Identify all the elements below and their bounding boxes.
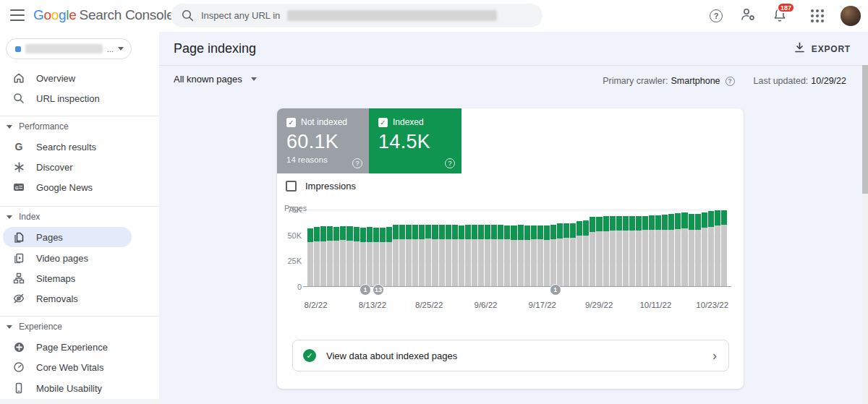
chart-bar[interactable] — [603, 216, 609, 287]
sidebar-item-google-news[interactable]: G Google News — [0, 177, 159, 197]
chart-bar[interactable] — [583, 220, 589, 287]
chart-bar[interactable] — [406, 225, 412, 287]
chart-bar[interactable] — [393, 225, 399, 287]
chart-bar[interactable] — [695, 214, 701, 287]
chart-bar[interactable] — [681, 212, 687, 287]
chart-bar[interactable] — [721, 210, 727, 287]
help-icon[interactable]: ? — [445, 158, 455, 168]
chart-bar[interactable] — [537, 225, 543, 287]
chart-bar[interactable] — [340, 226, 346, 287]
sidebar-item-overview[interactable]: Overview — [0, 68, 159, 88]
chart-bar[interactable] — [550, 225, 556, 287]
chart-bar[interactable] — [373, 228, 379, 287]
app-logo[interactable]: GoogleSearch Console — [33, 7, 174, 23]
impressions-toggle[interactable]: Impressions — [286, 181, 356, 192]
chart-bar[interactable] — [399, 225, 405, 287]
notifications-button[interactable]: 187 — [771, 7, 788, 25]
chart-bar[interactable] — [596, 217, 602, 287]
chart-bar[interactable] — [708, 211, 714, 287]
chart-bar[interactable] — [465, 225, 471, 287]
checkbox-unchecked[interactable] — [286, 181, 297, 192]
chart-bar[interactable] — [412, 225, 418, 287]
page-filter-dropdown[interactable]: All known pages — [174, 74, 257, 85]
checkbox-checked[interactable]: ✓ — [378, 118, 388, 127]
property-selector[interactable]: ... — [6, 38, 132, 59]
avatar[interactable] — [841, 6, 861, 26]
chart-bar[interactable] — [425, 225, 431, 287]
chart-bar[interactable] — [478, 225, 484, 287]
sidebar-item-mobile-usability[interactable]: Mobile Usability — [0, 378, 159, 398]
sidebar-section-performance[interactable]: Performance — [0, 116, 159, 137]
chart-bar[interactable] — [320, 226, 326, 287]
chart-bar[interactable] — [524, 225, 530, 287]
chart-bar[interactable] — [544, 225, 550, 287]
sidebar-section-experience[interactable]: Experience — [0, 317, 159, 337]
chart-bar[interactable] — [590, 217, 595, 287]
chart-bar[interactable] — [346, 226, 352, 287]
chart-bar[interactable] — [642, 216, 648, 287]
chart-bar[interactable] — [386, 227, 392, 287]
sidebar-item-sitemaps[interactable]: Sitemaps — [0, 268, 159, 288]
issue-marker-badge[interactable]: 13 — [373, 284, 384, 296]
chart-bar[interactable] — [655, 215, 661, 287]
sidebar-item-video-pages[interactable]: Video pages — [0, 248, 159, 268]
scrollbar-track[interactable] — [862, 65, 868, 404]
view-indexed-data-link[interactable]: ✓ View data about indexed pages › — [292, 340, 729, 371]
chart-bar[interactable] — [616, 216, 622, 287]
chart-bar[interactable] — [491, 225, 497, 287]
chart-bar[interactable] — [452, 225, 458, 287]
chart-bar[interactable] — [576, 221, 582, 287]
sidebar-item-url-inspection[interactable]: URL inspection — [0, 88, 159, 108]
chart-bar[interactable] — [668, 214, 674, 287]
chart-bar[interactable] — [623, 216, 629, 287]
not-indexed-tile[interactable]: ✓ Not indexed 60.1K 14 reasons ? — [277, 108, 369, 173]
sidebar-item-core-web-vitals[interactable]: Core Web Vitals — [0, 357, 159, 377]
sidebar-item-page-experience[interactable]: Page Experience — [0, 337, 159, 357]
help-icon[interactable]: ? — [352, 158, 362, 168]
chart-bar[interactable] — [636, 216, 642, 287]
chart-bar[interactable] — [314, 227, 320, 287]
chart-bar[interactable] — [472, 225, 477, 287]
chart-bar[interactable] — [570, 223, 576, 287]
hamburger-menu-icon[interactable] — [10, 9, 25, 21]
sidebar-item-pages[interactable]: Pages — [3, 227, 132, 247]
sidebar-section-index[interactable]: Index — [0, 207, 159, 227]
chart-bar[interactable] — [518, 225, 524, 287]
chart-bar[interactable] — [498, 225, 503, 287]
chart-bar[interactable] — [333, 227, 339, 287]
chart-bar[interactable] — [629, 216, 635, 287]
chart-bar[interactable] — [689, 214, 694, 287]
chart-bar[interactable] — [380, 228, 386, 287]
user-settings-button[interactable] — [739, 7, 757, 25]
chart-bar[interactable] — [327, 226, 333, 287]
issue-marker-badge[interactable]: 1 — [359, 284, 371, 296]
chart-bar[interactable] — [715, 210, 720, 287]
chart-bar[interactable] — [419, 225, 425, 287]
chart-bar[interactable] — [662, 215, 668, 287]
sidebar-item-discover[interactable]: Discover — [0, 157, 159, 177]
chart-bar[interactable] — [307, 228, 313, 287]
help-button[interactable]: ? — [707, 7, 725, 25]
issue-marker-badge[interactable]: 1 — [550, 284, 561, 296]
help-icon[interactable]: ? — [726, 77, 735, 86]
chart-bar[interactable] — [360, 228, 366, 287]
chart-bar[interactable] — [459, 225, 464, 287]
scrollbar-thumb[interactable] — [862, 65, 868, 194]
chart-bar[interactable] — [354, 227, 359, 287]
google-apps-button[interactable] — [809, 7, 826, 25]
chart-bar[interactable] — [675, 213, 681, 287]
chart-bar[interactable] — [531, 225, 537, 287]
chart-bar[interactable] — [504, 225, 510, 287]
indexed-tile[interactable]: ✓ Indexed 14.5K ? — [369, 108, 461, 173]
chart-bar[interactable] — [367, 227, 373, 287]
checkbox-checked[interactable]: ✓ — [286, 118, 296, 127]
url-inspection-search-bar[interactable]: Inspect any URL in — [171, 4, 542, 27]
sidebar-item-search-results[interactable]: G Search results — [0, 137, 159, 157]
chart-bar[interactable] — [511, 225, 516, 287]
chart-bar[interactable] — [439, 225, 445, 287]
chart-bar[interactable] — [446, 225, 451, 287]
chart-bar[interactable] — [702, 212, 707, 287]
chart-bar[interactable] — [432, 225, 438, 287]
chart-bar[interactable] — [610, 216, 616, 287]
export-button[interactable]: EXPORT — [794, 42, 851, 56]
